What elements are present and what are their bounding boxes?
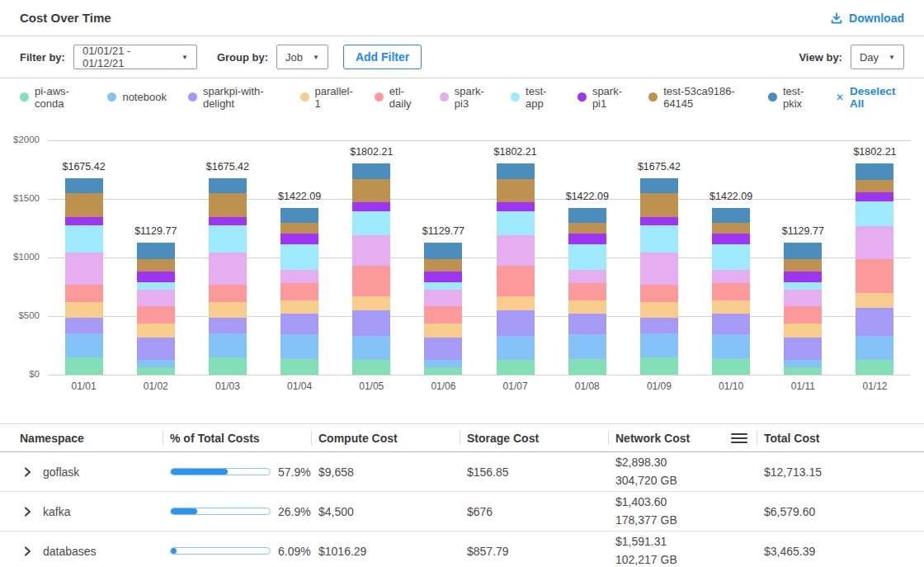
legend-item-spark-pi3[interactable]: spark-pi3 (440, 85, 489, 110)
bar-segment-etl-daily[interactable] (424, 306, 462, 324)
bar-segment-test-app[interactable] (209, 225, 247, 253)
bar-segment-test-app[interactable] (856, 201, 893, 226)
bar-segment-sparkpi-with-delight[interactable] (497, 310, 535, 337)
legend-item-pi-aws-conda[interactable]: pi-aws-conda (20, 85, 86, 110)
bar-segment-test-pkix[interactable] (856, 163, 893, 180)
legend-item-test-53ca9186-64145[interactable]: test-53ca9186-64145 (648, 85, 747, 110)
bar-segment-etl-daily[interactable] (856, 259, 893, 293)
bar-segment-pi-aws-conda[interactable] (568, 359, 606, 375)
legend-item-test-app[interactable]: test-app (511, 85, 556, 110)
bar-segment-notebook[interactable] (856, 336, 893, 360)
bar-segment-test-pkix[interactable] (137, 243, 175, 259)
bar-segment-spark-pi1[interactable] (784, 272, 822, 282)
stacked-bar-01/08[interactable] (568, 208, 606, 375)
bar-segment-spark-pi3[interactable] (280, 270, 318, 284)
stacked-bar-01/09[interactable] (640, 178, 678, 375)
bar-segment-parallel-1[interactable] (712, 300, 750, 314)
bar-segment-etl-daily[interactable] (640, 285, 678, 302)
stacked-bar-01/05[interactable] (352, 163, 390, 375)
bar-segment-spark-pi1[interactable] (424, 272, 462, 282)
bar-segment-parallel-1[interactable] (280, 300, 318, 314)
bar-segment-sparkpi-with-delight[interactable] (352, 310, 390, 337)
bar-segment-test-app[interactable] (137, 282, 175, 290)
bar-segment-spark-pi1[interactable] (856, 192, 893, 201)
bar-segment-test-pkix[interactable] (209, 178, 247, 193)
bar-segment-parallel-1[interactable] (424, 324, 462, 337)
stacked-bar-01/01[interactable] (65, 178, 103, 375)
bar-segment-sparkpi-with-delight[interactable] (65, 318, 103, 334)
bar-segment-test-53ca9186-64145[interactable] (712, 223, 750, 234)
bar-segment-etl-daily[interactable] (65, 285, 103, 302)
bar-segment-sparkpi-with-delight[interactable] (568, 314, 606, 335)
bar-segment-spark-pi3[interactable] (352, 235, 390, 266)
stacked-bar-01/07[interactable] (497, 163, 535, 375)
bar-segment-test-53ca9186-64145[interactable] (640, 193, 678, 217)
bar-segment-spark-pi3[interactable] (784, 290, 822, 306)
bar-segment-test-pkix[interactable] (784, 243, 822, 259)
bar-segment-test-app[interactable] (784, 282, 822, 290)
bar-segment-etl-daily[interactable] (280, 283, 318, 300)
bar-segment-parallel-1[interactable] (209, 302, 247, 318)
bar-segment-test-app[interactable] (712, 244, 750, 270)
bar-segment-pi-aws-conda[interactable] (137, 367, 175, 375)
bar-segment-parallel-1[interactable] (568, 300, 606, 314)
bar-segment-pi-aws-conda[interactable] (856, 360, 893, 375)
bar-segment-sparkpi-with-delight[interactable] (640, 318, 678, 334)
bar-segment-test-53ca9186-64145[interactable] (856, 180, 893, 192)
bar-segment-etl-daily[interactable] (712, 283, 750, 300)
bar-segment-spark-pi3[interactable] (424, 290, 462, 306)
namespace-cell[interactable]: goflask (0, 465, 163, 479)
bar-segment-spark-pi3[interactable] (65, 253, 103, 285)
bar-segment-test-53ca9186-64145[interactable] (137, 259, 175, 272)
namespace-cell[interactable]: kafka (0, 505, 163, 518)
deselect-all-button[interactable]: ✕ Deselect All (836, 85, 904, 110)
bar-segment-test-pkix[interactable] (280, 208, 318, 223)
bar-segment-spark-pi1[interactable] (568, 234, 606, 243)
bar-segment-spark-pi1[interactable] (137, 272, 175, 282)
bar-segment-parallel-1[interactable] (856, 293, 893, 308)
stacked-bar-01/12[interactable] (856, 163, 893, 375)
bar-segment-parallel-1[interactable] (497, 296, 535, 310)
bar-segment-parallel-1[interactable] (65, 302, 103, 318)
bar-segment-etl-daily[interactable] (352, 266, 390, 295)
chevron-right-icon[interactable] (21, 466, 33, 478)
legend-item-sparkpi-with-delight[interactable]: sparkpi-with-delight (188, 85, 279, 110)
bar-segment-pi-aws-conda[interactable] (65, 357, 103, 375)
bar-segment-spark-pi3[interactable] (712, 270, 750, 284)
bar-segment-pi-aws-conda[interactable] (209, 357, 247, 375)
bar-segment-notebook[interactable] (424, 360, 462, 367)
stacked-bar-01/10[interactable] (712, 208, 750, 375)
bar-segment-test-pkix[interactable] (352, 163, 390, 179)
bar-segment-sparkpi-with-delight[interactable] (712, 314, 750, 335)
bar-segment-test-pkix[interactable] (712, 208, 750, 223)
bar-segment-notebook[interactable] (712, 334, 750, 359)
bar-segment-spark-pi3[interactable] (568, 270, 606, 284)
bar-segment-spark-pi1[interactable] (280, 234, 318, 243)
bar-segment-test-app[interactable] (568, 244, 606, 270)
bar-segment-parallel-1[interactable] (352, 296, 390, 310)
stacked-bar-01/03[interactable] (209, 178, 247, 375)
bar-segment-test-53ca9186-64145[interactable] (209, 193, 247, 217)
bar-segment-parallel-1[interactable] (137, 324, 175, 337)
bar-segment-test-53ca9186-64145[interactable] (424, 259, 462, 272)
download-button[interactable]: Download (830, 12, 904, 25)
bar-segment-sparkpi-with-delight[interactable] (280, 314, 318, 335)
bar-segment-test-53ca9186-64145[interactable] (280, 223, 318, 234)
bar-segment-spark-pi1[interactable] (209, 217, 247, 225)
bar-segment-test-app[interactable] (640, 225, 678, 253)
bar-segment-test-app[interactable] (352, 211, 390, 236)
bar-segment-spark-pi3[interactable] (856, 226, 893, 259)
bar-segment-etl-daily[interactable] (137, 306, 175, 324)
bar-segment-notebook[interactable] (568, 334, 606, 359)
stacked-bar-01/06[interactable] (424, 243, 462, 375)
group-by-select[interactable]: Job ▼ (276, 45, 328, 69)
bar-segment-notebook[interactable] (209, 333, 247, 357)
bar-segment-sparkpi-with-delight[interactable] (856, 308, 893, 336)
bar-segment-test-app[interactable] (497, 211, 535, 236)
bar-segment-pi-aws-conda[interactable] (712, 359, 750, 375)
bar-segment-pi-aws-conda[interactable] (352, 360, 390, 375)
bar-segment-etl-daily[interactable] (568, 283, 606, 300)
bar-segment-test-pkix[interactable] (497, 163, 535, 179)
bar-segment-spark-pi1[interactable] (640, 217, 678, 225)
chevron-right-icon[interactable] (21, 506, 33, 517)
